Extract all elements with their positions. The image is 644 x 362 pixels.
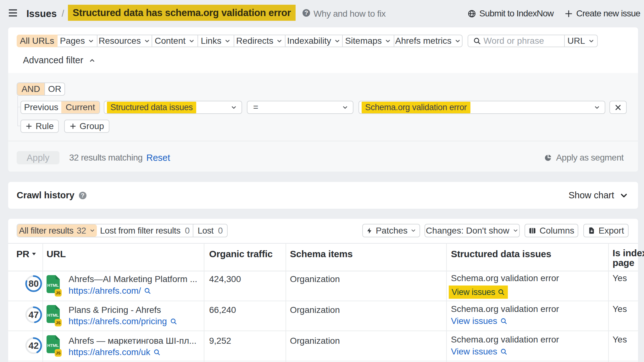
svg-text:JS: JS [56, 351, 60, 355]
svg-text:JS: JS [56, 321, 60, 325]
svg-text:JS: JS [56, 291, 60, 295]
svg-text:HTML: HTML [47, 343, 58, 348]
svg-text:HTML: HTML [47, 313, 58, 318]
svg-text:HTML: HTML [47, 283, 58, 288]
